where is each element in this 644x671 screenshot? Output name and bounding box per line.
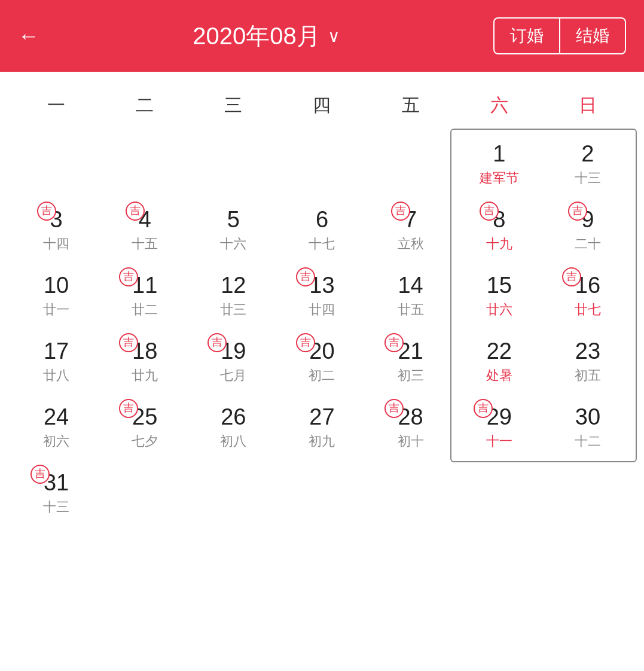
days-grid-wrapper: 1 建军节 2 十三 吉3 十四	[12, 133, 632, 528]
day-cell-21[interactable]: 吉21 初三	[367, 331, 455, 396]
day-cell-26[interactable]: 26 初八	[189, 396, 277, 462]
day-sub: 处暑	[486, 367, 512, 385]
weekday-thu: 四	[277, 84, 366, 127]
weekday-mon: 一	[12, 84, 100, 127]
ji-badge: 吉	[474, 399, 493, 418]
ji-badge: 吉	[296, 267, 315, 286]
ji-badge: 吉	[384, 333, 404, 352]
day-sub: 廿五	[398, 301, 424, 319]
day-sub: 廿二	[132, 301, 158, 319]
weekday-header: 一 二 三 四 五 六 日	[12, 84, 632, 127]
empty-cell	[367, 133, 455, 199]
day-number: 吉9	[581, 208, 594, 233]
day-number: 27	[309, 405, 334, 430]
day-cell-9[interactable]: 吉9 二十	[544, 199, 632, 265]
day-cell-8[interactable]: 吉8 十九	[455, 199, 544, 265]
weekday-sun: 日	[544, 84, 632, 127]
empty-cell	[455, 462, 544, 528]
day-cell-30[interactable]: 30 十二	[544, 396, 632, 462]
ji-badge: 吉	[119, 267, 138, 286]
day-sub: 廿九	[132, 367, 158, 385]
day-cell-28[interactable]: 吉28 初十	[367, 396, 455, 462]
day-sub: 立秋	[398, 235, 424, 253]
empty-cell	[100, 133, 189, 199]
header: ← 2020年08月 ∨ 订婚 结婚	[0, 0, 644, 72]
ji-badge: 吉	[480, 202, 499, 221]
day-number: 26	[221, 405, 246, 430]
day-cell-15[interactable]: 15 廿六	[455, 265, 544, 331]
ji-badge: 吉	[391, 202, 410, 221]
day-cell-10[interactable]: 10 廿一	[12, 265, 100, 331]
day-cell-13[interactable]: 吉13 廿四	[277, 265, 366, 331]
day-number: 吉19	[221, 339, 246, 364]
engagement-button[interactable]: 订婚	[493, 17, 559, 54]
day-number: 吉20	[309, 339, 334, 364]
day-cell-17[interactable]: 17 廿八	[12, 331, 100, 396]
day-sub: 廿八	[43, 367, 69, 385]
day-cell-12[interactable]: 12 廿三	[189, 265, 277, 331]
day-cell-31[interactable]: 吉31 十三	[12, 462, 100, 528]
day-number: 吉16	[575, 273, 600, 298]
day-cell-19[interactable]: 吉19 七月	[189, 331, 277, 396]
day-number: 吉31	[44, 471, 69, 496]
day-cell-3[interactable]: 吉3 十四	[12, 199, 100, 265]
ji-badge: 吉	[30, 465, 50, 484]
day-number: 吉8	[493, 208, 505, 233]
ji-badge: 吉	[296, 333, 315, 352]
empty-cell	[12, 133, 100, 199]
day-sub: 二十	[575, 235, 601, 253]
ji-badge: 吉	[37, 202, 56, 221]
header-title[interactable]: 2020年08月 ∨	[193, 20, 340, 53]
day-sub: 廿七	[575, 301, 601, 319]
day-cell-6[interactable]: 6 十七	[277, 199, 366, 265]
day-sub: 十二	[575, 432, 601, 450]
day-cell-25[interactable]: 吉25 七夕	[100, 396, 189, 462]
day-cell-23[interactable]: 23 初五	[544, 331, 632, 396]
day-cell-1[interactable]: 1 建军节	[455, 133, 544, 199]
day-cell-5[interactable]: 5 十六	[189, 199, 277, 265]
day-sub: 十三	[43, 498, 69, 516]
day-sub: 建军节	[480, 169, 519, 187]
day-number: 1	[493, 142, 505, 167]
empty-cell	[100, 462, 189, 528]
calendar: 一 二 三 四 五 六 日 1 建军节	[0, 72, 644, 546]
weekday-tue: 二	[100, 84, 189, 127]
weekday-fri: 五	[367, 84, 455, 127]
day-cell-22[interactable]: 22 处暑	[455, 331, 544, 396]
day-cell-14[interactable]: 14 廿五	[367, 265, 455, 331]
day-cell-4[interactable]: 吉4 十五	[100, 199, 189, 265]
day-cell-11[interactable]: 吉11 廿二	[100, 265, 189, 331]
day-sub: 廿三	[220, 301, 246, 319]
header-action-buttons: 订婚 结婚	[493, 17, 626, 54]
empty-cell	[189, 133, 277, 199]
wedding-button[interactable]: 结婚	[559, 17, 626, 54]
day-sub: 十六	[220, 235, 246, 253]
empty-cell	[189, 462, 277, 528]
day-number: 14	[398, 273, 423, 298]
empty-cell	[544, 462, 632, 528]
empty-cell	[277, 462, 366, 528]
empty-cell	[277, 133, 366, 199]
day-cell-7[interactable]: 吉7 立秋	[367, 199, 455, 265]
day-cell-24[interactable]: 24 初六	[12, 396, 100, 462]
day-number: 5	[227, 208, 240, 233]
day-number: 6	[316, 208, 328, 233]
day-cell-2[interactable]: 2 十三	[544, 133, 632, 199]
day-cell-20[interactable]: 吉20 初二	[277, 331, 366, 396]
day-number: 吉21	[398, 339, 423, 364]
day-number: 吉25	[132, 405, 157, 430]
day-cell-16[interactable]: 吉16 廿七	[544, 265, 632, 331]
day-number: 吉3	[50, 208, 63, 233]
day-sub: 十三	[575, 169, 601, 187]
day-cell-27[interactable]: 27 初九	[277, 396, 366, 462]
app-container: ← 2020年08月 ∨ 订婚 结婚 一 二 三 四 五 六 日	[0, 0, 644, 546]
day-number: 吉18	[132, 339, 157, 364]
back-button[interactable]: ←	[18, 23, 39, 48]
day-number: 吉29	[487, 405, 512, 430]
day-cell-29[interactable]: 吉29 十一	[455, 396, 544, 462]
day-sub: 初八	[220, 432, 246, 450]
weekday-wed: 三	[189, 84, 277, 127]
day-cell-18[interactable]: 吉18 廿九	[100, 331, 189, 396]
day-number: 17	[44, 339, 69, 364]
day-sub: 初三	[398, 367, 424, 385]
